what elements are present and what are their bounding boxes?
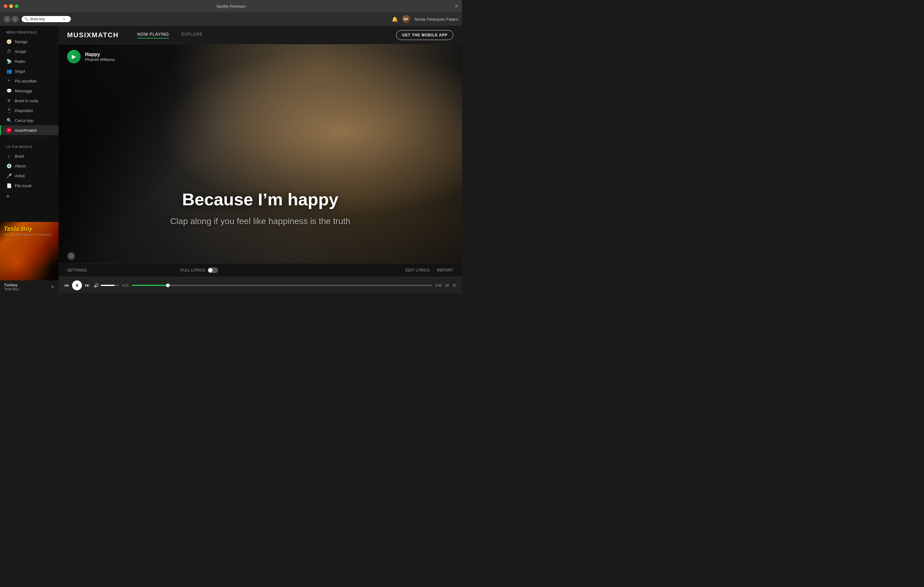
scopri-icon: ⏱ xyxy=(6,49,12,54)
sidebar-item-segui[interactable]: 👥 Segui xyxy=(0,66,59,76)
sidebar-item-naviga-label: Naviga xyxy=(15,39,27,44)
song-info-overlay: ▶ Happy Pharrell Williams xyxy=(67,50,115,63)
back-button[interactable]: ‹ xyxy=(4,16,10,23)
forward-button[interactable]: › xyxy=(12,16,18,23)
segui-icon: 👥 xyxy=(6,68,12,74)
sidebar-item-radio-label: Radio xyxy=(15,59,25,64)
sidebar-item-dispositivi[interactable]: 📱 Dispositivi xyxy=(0,105,59,115)
album-icon: 💿 xyxy=(6,163,12,169)
mxm-header: MUSIXMATCH NOW PLAYING EXPLORE GET THE M… xyxy=(59,26,462,44)
sidebar-item-segui-label: Segui xyxy=(15,69,25,74)
sidebar-album: Tesla Boy THE UNIVERSE MADE OF DARKNESS … xyxy=(0,222,59,293)
sidebar-item-album-label: Album xyxy=(15,164,26,168)
progress-knob xyxy=(166,283,170,287)
brani-in-coda-icon: ≡ xyxy=(6,98,12,104)
mxm-nav: NOW PLAYING EXPLORE xyxy=(137,32,203,38)
sidebar-item-piu-ascoltati[interactable]: ²³ Più ascoltati xyxy=(0,76,59,86)
song-title: Happy xyxy=(85,52,115,57)
brani-icon: ♪ xyxy=(6,153,12,159)
sidebar-item-album[interactable]: 💿 Album xyxy=(0,161,59,171)
window-close-icon[interactable]: ✕ xyxy=(455,4,458,8)
username-label: Nicola Felasquez Falaco xyxy=(414,17,458,21)
user-avatar[interactable]: NF xyxy=(402,15,410,23)
progress-bar-track[interactable] xyxy=(132,285,432,286)
minimize-button[interactable] xyxy=(9,4,13,8)
sidebar-item-file-locali[interactable]: 📄 File locali xyxy=(0,181,59,191)
now-playing-add-button[interactable]: + xyxy=(51,284,54,290)
album-subtitle: THE UNIVERSE MADE OF DARKNESS xyxy=(4,233,51,236)
settings-button[interactable]: SETTINGS xyxy=(67,268,87,273)
info-button[interactable]: ⓘ xyxy=(67,252,75,260)
volume-bar-fill xyxy=(101,285,115,286)
sidebar-item-cerca-app-label: Cerca App xyxy=(15,118,33,123)
search-clear-icon[interactable]: ✕ xyxy=(63,17,66,21)
sidebar-item-cerca-app[interactable]: 🔍 Cerca App xyxy=(0,115,59,125)
bottom-bar: SETTINGS FULL LYRICS EDIT LYRICS REPORT xyxy=(59,263,462,277)
radio-icon: 📡 xyxy=(6,59,12,64)
sidebar-item-naviga[interactable]: 🧭 Naviga xyxy=(0,37,59,46)
add-playlist-button[interactable]: + xyxy=(0,191,59,202)
cerca-app-icon: 🔍 xyxy=(6,118,12,123)
notification-icon[interactable]: 🔔 xyxy=(392,16,398,22)
messaggi-icon: 💬 xyxy=(6,88,12,94)
repeat-button[interactable]: ↻ xyxy=(453,283,457,288)
musixmatch-icon: ✕ xyxy=(6,127,12,133)
piu-ascoltati-icon: ²³ xyxy=(6,78,12,84)
album-title: Tesla Boy xyxy=(4,225,33,232)
player-right: ⇄ ↻ xyxy=(446,283,457,288)
sidebar-item-musixmatch[interactable]: ✕ musiXmatch xyxy=(0,125,59,135)
report-button[interactable]: REPORT xyxy=(437,268,454,273)
sidebar-item-brani-in-coda[interactable]: ≡ Brani in coda xyxy=(0,96,59,105)
album-art[interactable]: Tesla Boy THE UNIVERSE MADE OF DARKNESS xyxy=(0,222,59,280)
sidebar: MENU PRINCIPALE 🧭 Naviga ⏱ Scopri 📡 Radi… xyxy=(0,26,59,293)
time-total: 3:46 xyxy=(435,283,442,287)
sidebar-section-2-title: LA TUA MUSICA xyxy=(0,140,59,151)
current-lyric: Because I’m happy xyxy=(59,190,462,209)
sidebar-item-piu-ascoltati-label: Più ascoltati xyxy=(15,79,36,84)
tab-now-playing[interactable]: NOW PLAYING xyxy=(137,32,169,38)
search-icon: 🔍 xyxy=(24,17,29,21)
sidebar-item-artisti-label: Artisti xyxy=(15,174,25,178)
sidebar-item-messaggi[interactable]: 💬 Messaggi xyxy=(0,86,59,96)
search-bar[interactable]: 🔍 ✕ xyxy=(21,16,71,22)
close-button[interactable] xyxy=(4,4,7,8)
nav-right: 🔔 NF Nicola Felasquez Falaco xyxy=(392,15,458,23)
np-track: Fantasy xyxy=(4,283,19,287)
volume-bar-track[interactable] xyxy=(101,285,119,286)
search-input[interactable] xyxy=(30,17,61,21)
progress-bar-fill xyxy=(132,285,168,286)
traffic-lights xyxy=(4,4,18,8)
time-elapsed: 0:21 xyxy=(122,283,129,287)
mxm-logo: MUSIXMATCH xyxy=(67,31,119,39)
nav-bar: ‹ › 🔍 ✕ 🔔 NF Nicola Felasquez Falaco xyxy=(0,12,462,26)
sidebar-item-artisti[interactable]: 🎤 Artisti xyxy=(0,171,59,181)
now-playing-bar: Fantasy Tesla Boy + xyxy=(0,280,59,293)
get-mobile-app-button[interactable]: GET THE MOBILE APP xyxy=(396,30,454,40)
tab-explore[interactable]: EXPLORE xyxy=(182,32,203,38)
full-lyrics-label: FULL LYRICS xyxy=(180,268,205,273)
sidebar-item-brani-label: Brani xyxy=(15,154,24,158)
sidebar-item-brani[interactable]: ♪ Brani xyxy=(0,151,59,161)
toggle-knob xyxy=(208,268,213,273)
sidebar-item-scopri[interactable]: ⏱ Scopri xyxy=(0,46,59,56)
nav-arrows: ‹ › xyxy=(4,16,18,23)
sidebar-item-brani-in-coda-label: Brani in coda xyxy=(15,99,38,103)
next-lyric: Clap along if you feel like happiness is… xyxy=(59,216,462,226)
volume-icon: 🔊 xyxy=(94,283,99,288)
player-bar: ⏮ ⏸ ⏭ 🔊 0:21 3:46 xyxy=(59,277,462,293)
progress-area: 🔊 0:21 3:46 xyxy=(94,283,442,288)
prev-track-button[interactable]: ⏮ xyxy=(64,283,69,288)
full-lyrics-toggle[interactable] xyxy=(208,268,218,273)
sidebar-item-radio[interactable]: 📡 Radio xyxy=(0,56,59,66)
artisti-icon: 🎤 xyxy=(6,173,12,179)
maximize-button[interactable] xyxy=(15,4,18,8)
play-pause-button[interactable]: ⏸ xyxy=(72,280,82,290)
song-thumbnail: ▶ xyxy=(67,50,81,63)
add-icon: + xyxy=(6,193,10,200)
shuffle-button[interactable]: ⇄ xyxy=(446,283,449,288)
sidebar-item-file-locali-label: File locali xyxy=(15,183,31,188)
song-details: Happy Pharrell Williams xyxy=(85,52,115,62)
next-track-button[interactable]: ⏭ xyxy=(85,283,90,288)
edit-lyrics-button[interactable]: EDIT LYRICS xyxy=(406,268,430,273)
artist-lighting xyxy=(59,44,462,263)
